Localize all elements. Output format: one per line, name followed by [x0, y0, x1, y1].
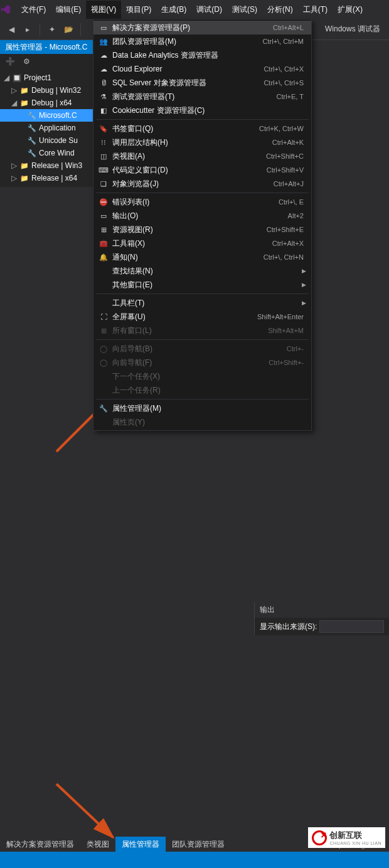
menu-bookmark[interactable]: 🔖书签窗口(Q)Ctrl+K, Ctrl+W: [93, 122, 311, 135]
view-menu-dropdown: ▭解决方案资源管理器(P)Ctrl+Alt+L 👥团队资源管理器(M)Ctrl+…: [93, 19, 312, 431]
tab-team-explorer[interactable]: 团队资源管理器: [166, 837, 231, 852]
menu-file[interactable]: 文件(F): [16, 1, 51, 19]
output-panel: 输出 显示输出来源(S):: [254, 602, 389, 635]
menu-find-results[interactable]: 查找结果(N)▶: [93, 264, 311, 278]
menu-team-explorer[interactable]: 👥团队资源管理器(M)Ctrl+\, Ctrl+M: [93, 34, 311, 48]
svg-line-1: [56, 784, 113, 837]
menu-output[interactable]: ▭输出(O)Alt+2: [93, 209, 311, 223]
separator: [40, 23, 40, 36]
submenu-arrow-icon: ▶: [302, 282, 307, 288]
output-icon: ▭: [97, 212, 110, 220]
menu-call-hierarchy[interactable]: ⁝⁝调用层次结构(H)Ctrl+Alt+K: [93, 135, 311, 149]
menu-test[interactable]: 测试(S): [227, 1, 262, 19]
class-icon: ◫: [97, 152, 110, 161]
new-icon[interactable]: ✦: [46, 23, 58, 36]
menu-nav-back: ◯向后导航(B)Ctrl+-: [93, 342, 311, 356]
submenu-arrow-icon: ▶: [302, 300, 307, 306]
data-lake-icon: ☁: [97, 51, 110, 60]
separator: [96, 294, 309, 294]
fwd-icon: ◯: [97, 359, 110, 367]
tab-property-manager[interactable]: 属性管理器: [115, 837, 166, 852]
label: Debug | x64: [31, 98, 72, 107]
menu-object-browser[interactable]: ❑对象浏览器(J)Ctrl+Alt+J: [93, 177, 311, 191]
bell-icon: 🔔: [97, 253, 110, 262]
open-icon[interactable]: 📂: [62, 23, 75, 36]
menu-toolbars[interactable]: 工具栏(T)▶: [93, 296, 311, 310]
menu-sql-server[interactable]: 🛢SQL Server 对象资源管理器Ctrl+\, Ctrl+S: [93, 76, 311, 90]
submenu-arrow-icon: ▶: [302, 268, 307, 274]
menu-resource-view[interactable]: ⊞资源视图(R)Ctrl+Shift+E: [93, 223, 311, 236]
menu-cookiecutter[interactable]: ◧Cookiecutter 资源管理器(C): [93, 103, 311, 117]
add-prop-icon[interactable]: ➕: [4, 55, 16, 68]
error-icon: ⛔: [97, 198, 110, 206]
tab-solution-explorer[interactable]: 解决方案资源管理器: [0, 837, 80, 852]
menu-view[interactable]: 视图(V): [86, 1, 121, 19]
separator: [96, 399, 309, 400]
label: Debug | Win32: [31, 86, 81, 95]
resource-icon: ⊞: [97, 226, 110, 234]
menu-cloud-explorer[interactable]: ☁Cloud ExplorerCtrl+\, Ctrl+X: [93, 62, 311, 76]
fullscreen-icon: ⛶: [97, 313, 110, 320]
bottom-tabs: 解决方案资源管理器 类视图 属性管理器 团队资源管理器: [0, 837, 231, 852]
menu-prev-task: 上一个任务(R): [93, 383, 311, 397]
bookmark-icon: 🔖: [97, 125, 110, 133]
menu-analyze[interactable]: 分析(N): [262, 1, 298, 19]
separator: [96, 339, 309, 340]
label: Project1: [24, 73, 51, 82]
windows-icon: ⊞: [97, 327, 110, 335]
separator: [96, 119, 309, 120]
label: Release | x64: [31, 174, 77, 183]
tab-class-view[interactable]: 类视图: [80, 837, 115, 852]
sql-icon: 🛢: [97, 79, 110, 87]
brand-logo: 创新互联CHUANG XIN HU LIAN: [308, 827, 385, 848]
menu-notifications[interactable]: 🔔通知(N)Ctrl+\, Ctrl+N: [93, 250, 311, 264]
menu-toolbox[interactable]: 🧰工具箱(X)Ctrl+Alt+X: [93, 236, 311, 250]
menu-debug[interactable]: 调试(D): [191, 1, 227, 19]
prop-icon[interactable]: ⚙: [20, 55, 33, 68]
hierarchy-icon: ⁝⁝: [97, 139, 110, 147]
label: Unicode Su: [39, 136, 78, 145]
logo-mark-icon: [312, 830, 327, 845]
menu-property-manager[interactable]: 🔧属性管理器(M): [93, 401, 311, 415]
menu-extensions[interactable]: 扩展(X): [333, 1, 368, 19]
debugger-label[interactable]: Windows 调试器: [321, 24, 384, 34]
menubar: 文件(F) 编辑(E) 视图(V) 项目(P) 生成(B) 调试(D) 测试(S…: [0, 0, 389, 19]
menu-error-list[interactable]: ⛔错误列表(I)Ctrl+\, E: [93, 195, 311, 209]
label: Microsoft.C: [39, 111, 77, 120]
menu-edit[interactable]: 编辑(E): [51, 1, 86, 19]
label: Core Wind: [39, 149, 75, 157]
menu-next-task: 下一个任务(X): [93, 369, 311, 383]
code-icon: ⌨: [97, 166, 110, 174]
back-icon: ◯: [97, 345, 110, 353]
menu-solution-explorer[interactable]: ▭解决方案资源管理器(P)Ctrl+Alt+L: [93, 21, 311, 34]
menu-class-view[interactable]: ◫类视图(A)Ctrl+Shift+C: [93, 149, 311, 163]
menu-build[interactable]: 生成(B): [156, 1, 191, 19]
menu-code-def[interactable]: ⌨代码定义窗口(D)Ctrl+Shift+V: [93, 163, 311, 177]
solution-icon: ▭: [97, 24, 110, 32]
label: Release | Win3: [31, 161, 82, 170]
menu-data-lake[interactable]: ☁Data Lake Analytics 资源管理器: [93, 48, 311, 62]
toolbox-icon: 🧰: [97, 240, 110, 248]
nav-fwd-icon[interactable]: ▸: [21, 23, 34, 36]
menu-other-windows[interactable]: 其他窗口(E)▶: [93, 278, 311, 292]
output-source-select[interactable]: [319, 620, 384, 633]
menu-nav-fwd: ◯向前导航(F)Ctrl+Shift+-: [93, 356, 311, 369]
menu-property-page: 属性页(Y): [93, 415, 311, 429]
team-icon: 👥: [97, 38, 110, 46]
separator: [80, 23, 81, 36]
separator: [96, 193, 309, 193]
nav-back-icon[interactable]: ◀: [5, 23, 18, 36]
statusbar: [0, 852, 389, 868]
output-source-label: 显示输出来源(S):: [260, 622, 317, 632]
cloud-icon: ☁: [97, 65, 110, 73]
menu-tools[interactable]: 工具(T): [298, 1, 333, 19]
output-title: 输出: [255, 602, 389, 618]
test-icon: ⚗: [97, 93, 110, 101]
cookie-icon: ◧: [97, 107, 110, 115]
menu-fullscreen[interactable]: ⛶全屏幕(U)Shift+Alt+Enter: [93, 310, 311, 324]
object-icon: ❑: [97, 180, 110, 188]
vs-logo-icon: [0, 4, 11, 15]
menu-test-explorer[interactable]: ⚗测试资源管理器(T)Ctrl+E, T: [93, 90, 311, 103]
label: Application: [39, 124, 76, 132]
menu-project[interactable]: 项目(P): [121, 1, 156, 19]
